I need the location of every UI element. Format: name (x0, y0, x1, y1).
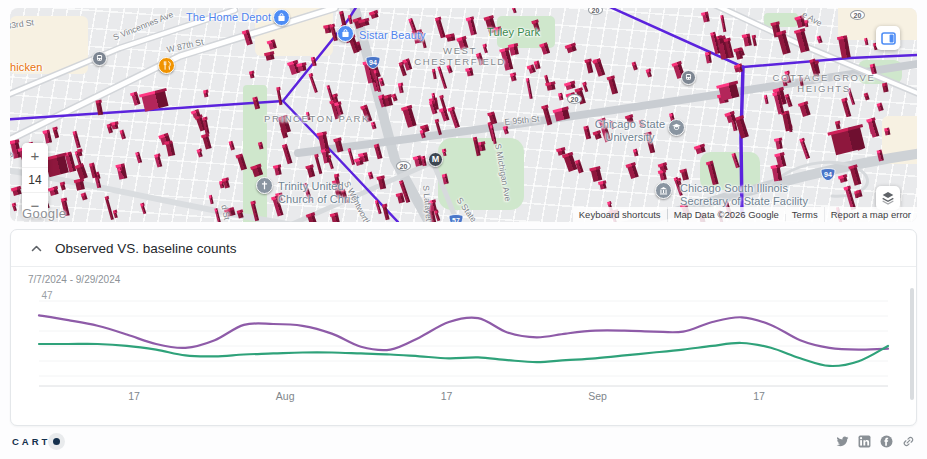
line-chart[interactable]: 4717Aug17Sep17 (11, 286, 918, 411)
carto-logo-o-dot (53, 438, 60, 445)
building-extrusion (414, 157, 422, 167)
building-extrusion (111, 123, 118, 129)
svg-text:Aug: Aug (276, 390, 295, 402)
building-extrusion (297, 64, 306, 71)
app-window: ChickenThe Home DepotSistar BeautyTuley … (0, 0, 927, 459)
building-extrusion (432, 70, 436, 78)
keyboard-shortcuts-link[interactable]: Keyboard shortcuts (573, 207, 667, 222)
chart-panel: Observed VS. baseline counts 7/7/2024 - … (10, 229, 917, 426)
poi-label[interactable]: Tuley Park (487, 26, 547, 39)
map-canvas[interactable]: ChickenThe Home DepotSistar BeautyTuley … (10, 8, 917, 222)
zoom-level-indicator: 14 (22, 167, 48, 193)
poi-label[interactable]: Chicken (10, 61, 54, 74)
poi-label[interactable]: Sistar Beauty (359, 29, 439, 42)
building-extrusion (702, 14, 709, 23)
neighborhood-label: PRINCETON PARK (262, 114, 372, 125)
restaurant-poi-icon[interactable] (158, 57, 175, 74)
map-data-copyright: Map Data ©2026 Google (668, 207, 785, 222)
twitter-icon[interactable] (836, 435, 849, 448)
building-extrusion (705, 54, 712, 63)
building-extrusion (274, 167, 282, 176)
chart-date-range: 7/7/2024 - 9/29/2024 (28, 274, 120, 285)
building-extrusion (258, 143, 263, 149)
building-extrusion (467, 69, 474, 76)
terms-link[interactable]: Terms (786, 207, 824, 222)
civic-poi-icon[interactable] (655, 182, 672, 199)
building-extrusion (864, 94, 869, 100)
linkedin-icon[interactable] (858, 435, 871, 448)
building-extrusion (392, 95, 397, 101)
interstate-shield-94: 94 (365, 55, 381, 69)
transit-station-icon[interactable] (92, 51, 107, 66)
us-route-shield-20: 20 (396, 161, 411, 171)
carto-logo-letters: CART (12, 436, 50, 447)
carto-logo[interactable]: CART (12, 433, 65, 450)
shopping-poi-icon[interactable] (337, 25, 354, 42)
layers-icon (880, 190, 896, 206)
svg-text:47: 47 (41, 290, 53, 301)
transit-station-icon[interactable] (681, 70, 696, 85)
carto-logo-o-badge (48, 433, 65, 450)
building-extrusion (835, 122, 841, 129)
panel-scrollbar-thumb[interactable] (910, 288, 914, 400)
interstate-shield-94: 94 (820, 167, 836, 181)
svg-text:17: 17 (128, 390, 140, 402)
street-label: d St (218, 204, 231, 221)
building-extrusion (12, 204, 17, 210)
panel-divider (11, 266, 916, 267)
interstate-shield-57: 57 (448, 213, 464, 222)
church-poi-icon[interactable] (256, 177, 273, 194)
chart-title: Observed VS. baseline counts (55, 241, 237, 256)
split-view-icon (881, 32, 896, 45)
building-extrusion (864, 40, 868, 46)
building-extrusion (266, 53, 275, 61)
building-extrusion (659, 171, 667, 180)
building-extrusion (118, 169, 123, 175)
school-poi-icon[interactable] (668, 119, 685, 136)
chevron-up-icon (31, 245, 42, 252)
report-map-error-link[interactable]: Report a map error (825, 207, 917, 222)
neighborhood-label: COTTAGE GROVE HEIGHTS (768, 73, 880, 95)
building-extrusion (209, 196, 214, 204)
building-extrusion (503, 127, 509, 134)
svg-text:17: 17 (753, 390, 765, 402)
split-view-button[interactable] (876, 26, 900, 50)
google-logo[interactable]: Google (22, 206, 66, 221)
building-extrusion (882, 84, 888, 92)
poi-label[interactable]: Chicago South Illinois Secretary of Stat… (680, 182, 820, 207)
app-footer: CART (0, 426, 927, 456)
neighborhood-label: WEST CHESTERFIELD (410, 46, 510, 68)
poi-label[interactable]: The Home Depot (186, 11, 272, 24)
social-links (836, 435, 915, 448)
svg-text:17: 17 (441, 390, 453, 402)
collapse-panel-button[interactable] (27, 239, 45, 257)
svg-text:Sep: Sep (588, 390, 607, 402)
building-extrusion (600, 182, 607, 189)
building-extrusion (646, 70, 652, 77)
link-icon[interactable] (902, 435, 915, 448)
facebook-icon[interactable] (880, 435, 893, 448)
map-attribution: Keyboard shortcuts Map Data ©2026 Google… (573, 207, 917, 222)
poi-label[interactable]: Chicago State University (592, 118, 668, 143)
building-extrusion (75, 180, 85, 190)
us-route-shield-20: 20 (850, 10, 865, 20)
chart-panel-header: Observed VS. baseline counts (11, 230, 916, 266)
transit-station-icon[interactable]: M (428, 152, 443, 167)
us-route-shield-20: 20 (567, 94, 582, 104)
building-extrusion (841, 37, 846, 44)
shopping-poi-icon[interactable] (273, 9, 290, 26)
building-extrusion (510, 74, 516, 81)
zoom-in-button[interactable]: + (22, 143, 48, 167)
